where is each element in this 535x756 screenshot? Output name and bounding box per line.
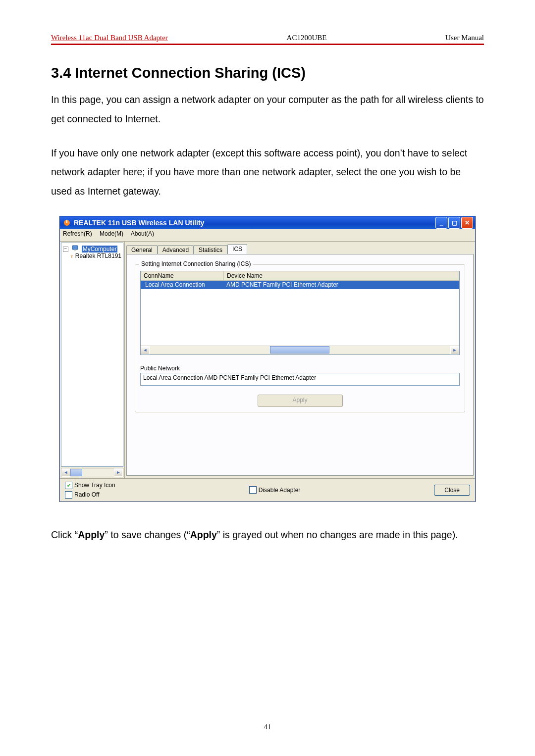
apply-bold-2: Apply (190, 529, 217, 540)
public-network-label: Public Network (140, 365, 460, 372)
antenna-icon (70, 252, 74, 259)
header-doc-type: User Manual (445, 34, 484, 42)
header-product: Wireless 11ac Dual Band USB Adapter (51, 34, 168, 42)
tray-icon-label: Show Tray Icon (74, 482, 115, 489)
tree-root-node[interactable]: − MyComputer (63, 245, 121, 252)
tree-panel: − MyComputer Realtek RTL8191 ◄ ► (60, 242, 125, 478)
tree-child-node[interactable]: Realtek RTL8191 (70, 252, 121, 259)
tab-advanced[interactable]: Advanced (158, 245, 194, 254)
disable-adapter-label: Disable Adapter (259, 487, 301, 494)
main-panel: General Advanced Statistics ICS Setting … (125, 242, 475, 478)
apply-button: Apply (258, 395, 343, 407)
menu-bar: Refresh(R) Mode(M) About(A) (60, 229, 475, 242)
apply-note: Click “Apply” to save changes (“Apply” i… (51, 529, 484, 541)
svg-rect-2 (72, 246, 78, 250)
scroll-left-icon[interactable]: ◄ (61, 468, 70, 477)
row-device: AMD PCNET Family PCI Ethernet Adapter (223, 281, 459, 289)
list-scroll-right-icon[interactable]: ► (450, 346, 459, 354)
public-network-field[interactable]: Local Area Connection AMD PCNET Family P… (140, 373, 460, 386)
checkbox-unchecked-icon (249, 486, 257, 494)
window-title: REALTEK 11n USB Wireless LAN Utility (74, 219, 204, 227)
ics-groupbox: Setting Internet Connection Sharing (ICS… (135, 264, 465, 412)
minimize-button[interactable]: _ (435, 217, 447, 229)
svg-rect-3 (74, 250, 76, 251)
tab-general[interactable]: General (126, 245, 158, 254)
bottom-mid-col: Disable Adapter (115, 486, 434, 494)
menu-about[interactable]: About(A) (131, 230, 154, 237)
groupbox-label: Setting Internet Connection Sharing (ICS… (139, 260, 253, 267)
page-number: 41 (0, 723, 535, 731)
radio-off-label: Radio Off (74, 491, 99, 498)
row-connname: Local Area Connection (145, 281, 205, 288)
menu-refresh[interactable]: Refresh(R) (63, 230, 92, 237)
disable-adapter-checkbox[interactable]: Disable Adapter (115, 486, 434, 494)
checkbox-checked-icon: ✔ (65, 482, 72, 489)
device-tree[interactable]: − MyComputer Realtek RTL8191 (61, 243, 123, 467)
list-row-selected[interactable]: Local Area Connection AMD PCNET Family P… (141, 281, 459, 289)
list-empty-area (141, 289, 459, 346)
apply-bold-1: Apply (78, 529, 105, 540)
collapse-icon[interactable]: − (63, 247, 68, 252)
intro-paragraph-1: In this page, you can assign a network a… (51, 90, 484, 129)
tree-root-label: MyComputer (82, 246, 118, 252)
close-window-button[interactable]: ✕ (461, 217, 473, 229)
connection-listview[interactable]: ConnName Device Name Local Area Connecti… (140, 271, 460, 355)
scroll-right-icon[interactable]: ► (114, 468, 123, 477)
bottom-left-col: ✔ Show Tray Icon Radio Off (65, 482, 115, 499)
public-network-section: Public Network Local Area Connection AMD… (140, 365, 460, 386)
list-scroll-track[interactable] (150, 346, 450, 353)
computer-icon (72, 245, 78, 251)
maximize-button[interactable]: ▢ (448, 217, 460, 229)
list-scroll-thumb[interactable] (270, 346, 329, 353)
checkbox-unchecked-icon (65, 491, 72, 499)
tab-strip: General Advanced Statistics ICS (126, 243, 474, 254)
tab-statistics[interactable]: Statistics (194, 245, 227, 254)
list-scroll-left-icon[interactable]: ◄ (141, 346, 150, 354)
scroll-thumb[interactable] (70, 469, 82, 476)
list-headers: ConnName Device Name (141, 271, 459, 281)
col-device[interactable]: Device Name (224, 271, 459, 280)
menu-mode[interactable]: Mode(M) (100, 230, 123, 237)
intro-paragraph-2: If you have only one network adapter (ex… (51, 144, 484, 201)
radio-off-checkbox[interactable]: Radio Off (65, 491, 115, 499)
tree-hscroll[interactable]: ◄ ► (61, 468, 123, 477)
bottom-bar: ✔ Show Tray Icon Radio Off Disable Adapt… (60, 479, 475, 502)
list-hscroll[interactable]: ◄ ► (141, 346, 459, 354)
app-icon (63, 219, 71, 227)
client-area: − MyComputer Realtek RTL8191 ◄ ► (60, 242, 475, 479)
header-model: AC1200UBE (287, 34, 327, 42)
tab-content: Setting Internet Connection Sharing (ICS… (126, 254, 474, 476)
svg-rect-1 (66, 220, 67, 223)
scroll-track[interactable] (70, 469, 114, 476)
close-button[interactable]: Close (434, 485, 470, 496)
header-divider (51, 44, 484, 45)
title-bar[interactable]: REALTEK 11n USB Wireless LAN Utility _ ▢… (60, 216, 475, 229)
tree-child-label: Realtek RTL8191 (75, 252, 121, 259)
document-page: Wireless 11ac Dual Band USB Adapter AC12… (0, 0, 535, 756)
section-heading: 3.4 Internet Connection Sharing (ICS) (51, 65, 484, 81)
page-header: Wireless 11ac Dual Band USB Adapter AC12… (51, 34, 484, 42)
bottom-right-col: Close (434, 487, 470, 494)
col-connname[interactable]: ConnName (141, 271, 224, 280)
tray-icon-checkbox[interactable]: ✔ Show Tray Icon (65, 482, 115, 489)
app-window: REALTEK 11n USB Wireless LAN Utility _ ▢… (59, 216, 476, 502)
tab-ics[interactable]: ICS (227, 244, 247, 254)
